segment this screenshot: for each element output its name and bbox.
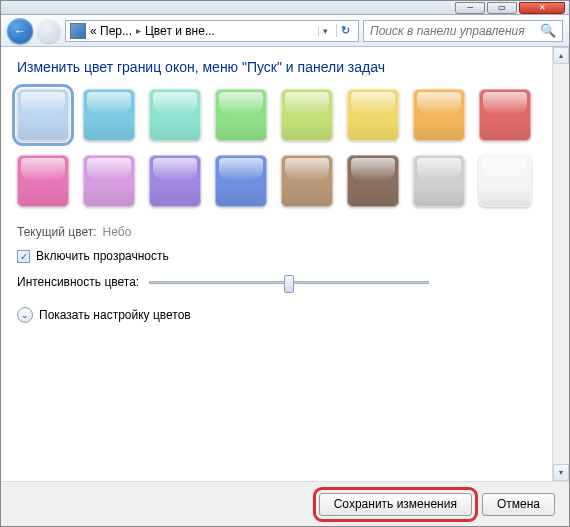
color-swatch-5[interactable] <box>347 89 399 141</box>
window-controls: ─ ▭ ✕ <box>453 2 565 14</box>
cancel-button[interactable]: Отмена <box>482 493 555 516</box>
intensity-label: Интенсивность цвета: <box>17 275 139 289</box>
location-icon <box>70 23 86 39</box>
intensity-slider[interactable] <box>149 281 429 284</box>
vertical-scrollbar[interactable]: ▴ ▾ <box>552 47 569 481</box>
breadcrumb-item-1[interactable]: « Пер... <box>90 24 132 38</box>
color-swatch-1[interactable] <box>83 89 135 141</box>
forward-button[interactable] <box>37 19 61 43</box>
bottom-bar: Сохранить изменения Отмена <box>1 481 569 526</box>
refresh-icon[interactable]: ↻ <box>336 24 354 37</box>
color-swatch-7[interactable] <box>479 89 531 141</box>
color-swatch-13[interactable] <box>347 155 399 207</box>
search-input[interactable] <box>370 24 540 38</box>
current-color-row: Текущий цвет: Небо <box>17 225 547 239</box>
color-swatch-2[interactable] <box>149 89 201 141</box>
expand-label[interactable]: Показать настройку цветов <box>39 308 191 322</box>
maximize-button[interactable]: ▭ <box>487 2 517 14</box>
transparency-row: ✓ Включить прозрачность <box>17 249 547 263</box>
slider-thumb[interactable] <box>284 275 294 293</box>
chevron-right-icon: ▸ <box>136 25 141 36</box>
toolbar: ← « Пер... ▸ Цвет и вне... ▾ ↻ 🔍 <box>1 15 569 47</box>
address-bar[interactable]: « Пер... ▸ Цвет и вне... ▾ ↻ <box>65 20 359 42</box>
scroll-down-button[interactable]: ▾ <box>553 464 569 481</box>
scroll-track[interactable] <box>553 64 569 464</box>
content-area: ▴ ▾ Изменить цвет границ окон, меню "Пус… <box>1 47 569 481</box>
color-swatch-10[interactable] <box>149 155 201 207</box>
page-title: Изменить цвет границ окон, меню "Пуск" и… <box>17 59 547 75</box>
close-button[interactable]: ✕ <box>519 2 565 14</box>
color-swatch-grid <box>17 89 537 207</box>
save-button[interactable]: Сохранить изменения <box>319 493 472 516</box>
current-color-value: Небо <box>103 225 132 239</box>
titlebar: ─ ▭ ✕ <box>1 1 569 15</box>
color-swatch-14[interactable] <box>413 155 465 207</box>
color-swatch-12[interactable] <box>281 155 333 207</box>
color-swatch-4[interactable] <box>281 89 333 141</box>
color-swatch-9[interactable] <box>83 155 135 207</box>
expand-row[interactable]: ⌄ Показать настройку цветов <box>17 307 547 323</box>
color-swatch-3[interactable] <box>215 89 267 141</box>
color-swatch-6[interactable] <box>413 89 465 141</box>
color-swatch-15[interactable] <box>479 155 531 207</box>
expand-icon[interactable]: ⌄ <box>17 307 33 323</box>
search-icon[interactable]: 🔍 <box>540 23 556 38</box>
scroll-up-button[interactable]: ▴ <box>553 47 569 64</box>
back-button[interactable]: ← <box>7 18 33 44</box>
intensity-row: Интенсивность цвета: <box>17 275 547 289</box>
color-swatch-8[interactable] <box>17 155 69 207</box>
minimize-button[interactable]: ─ <box>455 2 485 14</box>
search-box[interactable]: 🔍 <box>363 20 563 42</box>
color-swatch-11[interactable] <box>215 155 267 207</box>
color-swatch-0[interactable] <box>17 89 69 141</box>
current-color-label: Текущий цвет: <box>17 225 97 239</box>
breadcrumb-item-2[interactable]: Цвет и вне... <box>145 24 215 38</box>
transparency-label[interactable]: Включить прозрачность <box>36 249 169 263</box>
address-dropdown-icon[interactable]: ▾ <box>318 26 332 36</box>
transparency-checkbox[interactable]: ✓ <box>17 250 30 263</box>
